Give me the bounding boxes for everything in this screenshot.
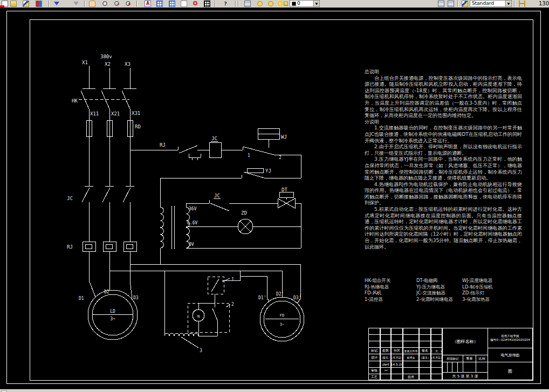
tb-design: （年月日） [431,354,442,361]
style-edit-icon[interactable] [462,1,468,7]
notes-item: 1.交流接触器吸合的同时，在控制变压器次级回路中的另一对常开触点JC也吸合接通，… [365,125,522,144]
thermostat-box [208,277,224,294]
table-icon[interactable] [204,1,210,7]
supply-lines [81,66,136,109]
pan-icon[interactable] [89,1,95,7]
lock-icon[interactable] [284,2,288,6]
wj-relay-box-bottom [258,134,279,139]
application-window: A ? 0 ▼ Standard ▼ 130 [0,0,549,392]
label-x31: X31 [132,111,140,116]
tb-scale-label: 比例 [476,355,488,362]
contactor-main-contacts [82,186,134,242]
zoom-in-icon[interactable] [126,1,131,6]
lamp-loop [186,221,301,232]
legend-item: YJ-压力继电器 [416,284,462,291]
sheet-set-icon[interactable] [181,1,187,7]
pencil-edit-icon[interactable] [23,1,29,7]
label-term2: 2 [279,155,282,160]
notes-item: 5.积累式自动化霜：按压缩机运转的积累时间进行定时化霜。这种方式将定时化霜时间继… [365,207,522,250]
help-icon[interactable]: ? [222,1,229,7]
notes-item: 4.热继电器RJ作为电动机过载保护，兼有防止电动机缺相运行导致烧毁的作用。热继电… [365,182,522,207]
color-swatch-icon[interactable] [36,1,42,7]
yj-contact-line [160,172,301,207]
tb-org-line1: 机电工程学院 [502,334,519,338]
legend-item: 3-化霜加热器 [462,297,532,303]
motor1-outer [88,290,138,340]
status-bar [0,389,549,392]
tb-stage-label: 阶段标记 [442,355,463,362]
label-zd: ZD [241,210,247,216]
legend-col2: DT-电磁阀 YJ-压力继电器 JC-交流接触器 2-化霜时间继电器 [416,278,462,302]
dim-style-icon[interactable] [519,1,525,7]
dt-valve-icon [278,198,295,208]
thermal-element-2 [103,242,116,251]
legend-col3: WJ-温度继电器 LD-制冷压缩机 ZD-指示灯 3-化霜加热器 [462,278,532,302]
label-n: N [197,314,200,319]
named-views-icon[interactable] [156,1,163,7]
layer-select[interactable]: 0 ▼ [290,0,320,7]
tb-craft-label: 工艺 [368,374,380,380]
label-x11: X11 [90,111,99,116]
chevron-down-icon[interactable]: ▼ [313,1,319,6]
label-36v: 36V [189,207,197,211]
viewports-icon[interactable] [169,1,175,7]
label-underlines [211,141,221,198]
text-style-value: Standard [472,1,494,6]
legend-item: RJ-热继电器 [365,284,416,291]
tb-design: （签名） [380,354,391,361]
tb-design: 标准化 [403,354,419,361]
zoom-out-icon[interactable] [114,1,119,6]
chevron-down-icon[interactable]: ▼ [505,1,511,6]
legend-item: 2-化霜时间继电器 [416,297,462,303]
label-yj: YJ [265,168,271,174]
label-supply-voltage: 380v [100,54,112,59]
label-d3: D3 [133,295,139,300]
heater-feed [164,271,198,348]
legend-item: 1-温控器 [365,297,416,303]
label-ptr2: 2 [231,302,234,307]
label-d3p: D3' [293,295,301,300]
label-d2: D2 [104,290,109,294]
toolbar-separator [49,1,50,7]
layer-tools-icon[interactable]: A [145,1,151,7]
toolbar-separator [514,1,515,7]
tb-design: （签名） [419,354,431,361]
legend-item: JC-交流接触器 [416,290,462,297]
layer-previous-icon[interactable] [448,1,454,7]
legend-item: LD-制冷压缩机 [462,284,532,291]
wj-relay-box-top [258,128,279,134]
layer-select-value: 0 [297,1,300,6]
label-x1: X1 [82,60,88,65]
motor2-inner [264,301,300,338]
open-icon[interactable] [10,1,17,7]
legend-col1: HK-组合开关 RJ-热继电器 FD-风机 1-温控器 [365,278,416,302]
label-rd: RD [135,124,141,129]
layers-icon[interactable] [244,1,251,7]
tb-weight-label: 重量 [463,355,476,362]
drawing-canvas[interactable]: 380v X1 X2 X3 HK X11 X21 X31 RD JC RJ RJ… [0,8,549,389]
legend-item: ZD-指示灯 [462,290,532,297]
thermal-inner-3 [126,244,133,249]
motor2-outer [260,297,304,341]
label-jc-aux: JC [214,193,220,198]
redraw-icon[interactable] [193,1,197,5]
layer-color-swatch-icon [292,2,296,6]
sun-icon[interactable] [278,1,283,6]
jc-coil [209,142,221,157]
dt-coil-box [279,192,293,197]
text-style-select[interactable]: Standard ▼ [470,0,512,7]
label-jc-main: JC [67,196,73,201]
dim-value: 130 [539,1,549,7]
label-0v: 0V [189,242,194,247]
bulb-off-icon[interactable] [268,1,273,6]
notes-item: 3.压力继电器YJ串在同一回路中，当制冷系统内压力正常时，他的触点保持常闭状态，… [365,156,522,181]
zoom-realtime-icon[interactable] [102,1,107,6]
bulb-on-icon[interactable] [257,1,263,6]
tb-doc-type: 电气原理图 [488,348,533,362]
component-legend: HK-组合开关 RJ-热继电器 FD-风机 1-温控器 DT-电磁阀 YJ-压力… [365,278,532,302]
motor1-inner [92,294,133,335]
tb-sheet-info: 共 5 张 第 3 张 [442,372,488,380]
make-object-layer-icon[interactable] [438,1,444,7]
toolbar-separator [215,1,216,7]
tb-design: 设计 [368,354,380,361]
